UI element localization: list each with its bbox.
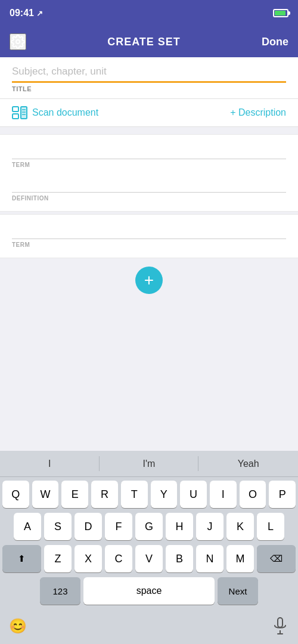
- key-l[interactable]: L: [257, 513, 284, 540]
- svg-rect-8: [278, 618, 283, 627]
- suggestion-text-3: Yeah: [238, 459, 259, 469]
- suggestion-text-2: I'm: [143, 459, 156, 469]
- scan-document-button[interactable]: Scan document: [12, 106, 98, 119]
- emoji-button[interactable]: 😊: [6, 614, 30, 638]
- keyboard: I I'm Yeah Q W E R T Y U I O P A S D F: [0, 451, 298, 644]
- numbers-key[interactable]: 123: [40, 577, 80, 605]
- term-input-2[interactable]: [12, 224, 286, 239]
- key-a[interactable]: A: [14, 513, 41, 540]
- status-bar: 09:41 ↗: [0, 0, 298, 26]
- key-b[interactable]: B: [166, 545, 193, 572]
- key-q[interactable]: Q: [2, 481, 29, 508]
- key-d[interactable]: D: [74, 513, 102, 540]
- page-title: CREATE SET: [107, 36, 181, 48]
- space-label: space: [136, 586, 162, 596]
- term-input-1[interactable]: [12, 144, 286, 159]
- microphone-icon: [274, 617, 287, 635]
- key-t[interactable]: T: [121, 481, 148, 508]
- settings-button[interactable]: [10, 33, 26, 50]
- suggestion-3[interactable]: Yeah: [198, 451, 298, 476]
- add-description-button[interactable]: + Description: [230, 107, 286, 118]
- battery-icon: [273, 9, 288, 17]
- key-s[interactable]: S: [44, 513, 72, 540]
- key-f[interactable]: F: [105, 513, 132, 540]
- key-e[interactable]: E: [61, 481, 88, 508]
- emoji-icon: 😊: [9, 618, 27, 634]
- term-definition-card-2: TERM: [0, 214, 298, 258]
- plus-icon: +: [144, 272, 154, 289]
- term-label-2: TERM: [12, 242, 286, 248]
- key-z[interactable]: Z: [44, 545, 72, 572]
- svg-rect-2: [13, 114, 18, 119]
- suggestion-text-1: I: [48, 459, 51, 469]
- location-arrow-icon: ↗: [36, 9, 43, 18]
- scan-label: Scan document: [32, 107, 98, 118]
- cards-area: TERM DEFINITION TERM +: [0, 127, 298, 451]
- shift-key[interactable]: ⬆: [2, 545, 41, 572]
- keyboard-bottom-bar: 😊: [0, 611, 298, 644]
- keyboard-suggestions: I I'm Yeah: [0, 451, 298, 477]
- key-m[interactable]: M: [226, 545, 254, 572]
- term-definition-card-1: TERM DEFINITION: [0, 134, 298, 212]
- key-h[interactable]: H: [166, 513, 193, 540]
- key-u[interactable]: U: [180, 481, 207, 508]
- content-area: TITLE Scan document + Description TERM: [0, 57, 298, 451]
- key-row-2: A S D F G H J K L: [2, 513, 296, 540]
- keyboard-rows: Q W E R T Y U I O P A S D F G H J K L ⬆ …: [0, 477, 298, 611]
- backspace-key[interactable]: ⌫: [257, 545, 296, 572]
- key-x[interactable]: X: [74, 545, 102, 572]
- suggestion-2[interactable]: I'm: [100, 451, 199, 476]
- numbers-label: 123: [52, 586, 67, 596]
- title-input-wrapper: [12, 66, 286, 83]
- key-i[interactable]: I: [210, 481, 237, 508]
- term-label-1: TERM: [12, 162, 286, 168]
- key-k[interactable]: K: [226, 513, 254, 540]
- next-label: Next: [229, 586, 247, 596]
- add-card-button[interactable]: +: [135, 267, 163, 294]
- key-v[interactable]: V: [135, 545, 163, 572]
- title-label: TITLE: [12, 85, 286, 92]
- action-row: Scan document + Description: [0, 99, 298, 127]
- key-y[interactable]: Y: [151, 481, 178, 508]
- key-row-3: ⬆ Z X C V B N M ⌫: [2, 545, 296, 572]
- status-right: [273, 9, 288, 17]
- time-display: 09:41: [10, 8, 34, 18]
- key-o[interactable]: O: [240, 481, 266, 508]
- mic-button[interactable]: [268, 614, 292, 638]
- key-row-1: Q W E R T Y U I O P: [2, 481, 296, 508]
- key-n[interactable]: N: [196, 545, 224, 572]
- suggestion-1[interactable]: I: [0, 451, 100, 476]
- next-key[interactable]: Next: [218, 577, 258, 605]
- svg-rect-1: [13, 107, 18, 112]
- key-row-bottom: 123 space Next: [2, 577, 296, 605]
- nav-bar: CREATE SET Done: [0, 26, 298, 57]
- title-input[interactable]: [12, 66, 286, 83]
- key-j[interactable]: J: [196, 513, 224, 540]
- space-key[interactable]: space: [83, 577, 215, 605]
- svg-rect-3: [21, 107, 27, 119]
- key-r[interactable]: R: [91, 481, 118, 508]
- key-c[interactable]: C: [105, 545, 132, 572]
- definition-input-1[interactable]: [12, 178, 286, 193]
- add-button-wrapper: +: [0, 261, 298, 302]
- key-g[interactable]: G: [135, 513, 163, 540]
- scan-document-icon: [12, 106, 27, 119]
- gear-icon: [11, 35, 25, 49]
- definition-label-1: DEFINITION: [12, 195, 286, 202]
- key-w[interactable]: W: [32, 481, 59, 508]
- done-button[interactable]: Done: [262, 36, 288, 48]
- svg-point-0: [16, 40, 20, 44]
- title-section: TITLE: [0, 57, 298, 99]
- status-time: 09:41 ↗: [10, 8, 43, 18]
- key-p[interactable]: P: [269, 481, 296, 508]
